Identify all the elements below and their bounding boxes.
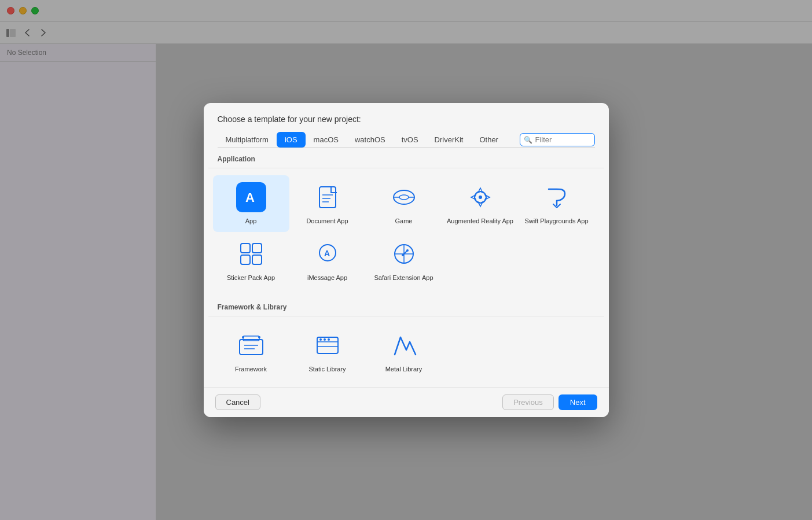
template-game-label: Game	[395, 217, 413, 225]
svg-point-31	[319, 338, 322, 341]
template-playgrounds-app-label: Swift Playgrounds App	[524, 217, 588, 225]
modal-header: Choose a template for your new project: …	[204, 103, 609, 148]
static-library-icon	[313, 330, 343, 360]
previous-button[interactable]: Previous	[502, 394, 554, 410]
tab-other[interactable]: Other	[471, 132, 506, 147]
playgrounds-app-icon	[542, 182, 572, 212]
tabs-row: Multiplatform iOS macOS watchOS tvOS Dri…	[218, 132, 595, 148]
framework-grid: Framework Static Library	[208, 316, 604, 387]
svg-text:A: A	[324, 249, 330, 258]
svg-rect-15	[241, 255, 250, 264]
framework-icon	[236, 330, 266, 360]
svg-text:A: A	[245, 190, 255, 205]
modal-body: Application A App	[204, 148, 609, 387]
svg-point-23	[402, 254, 404, 256]
tab-tvos[interactable]: tvOS	[394, 132, 427, 147]
template-safari-ext-label: Safari Extension App	[374, 274, 433, 282]
svg-rect-16	[252, 255, 262, 264]
tab-ios[interactable]: iOS	[277, 132, 306, 147]
tab-driverkit[interactable]: DriverKit	[427, 132, 472, 147]
template-framework-label: Framework	[235, 365, 267, 373]
svg-point-22	[406, 249, 409, 252]
safari-ext-icon	[389, 239, 419, 269]
template-playgrounds-app[interactable]: Swift Playgrounds App	[519, 175, 595, 232]
template-sticker-pack[interactable]: Sticker Pack App	[213, 232, 289, 289]
svg-point-29	[258, 336, 260, 338]
filter-wrap: 🔍	[520, 133, 595, 146]
template-metal-library-label: Metal Library	[385, 365, 422, 373]
template-static-library[interactable]: Static Library	[289, 323, 366, 380]
template-framework[interactable]: Framework	[213, 323, 289, 380]
template-static-library-label: Static Library	[308, 365, 346, 373]
footer-right: Previous Next	[502, 394, 597, 410]
template-app[interactable]: A App	[213, 175, 289, 232]
section-framework-header: Framework & Library	[208, 296, 604, 316]
new-project-modal: Choose a template for your new project: …	[204, 103, 609, 417]
metal-library-icon	[389, 330, 419, 360]
template-ar-app-label: Augmented Reality App	[447, 217, 513, 225]
tab-multiplatform[interactable]: Multiplatform	[218, 132, 277, 147]
svg-point-12	[479, 196, 482, 199]
cancel-button[interactable]: Cancel	[215, 394, 260, 410]
document-app-icon	[313, 182, 343, 212]
template-imessage-app[interactable]: A iMessage App	[289, 232, 366, 289]
svg-rect-3	[319, 187, 336, 208]
svg-point-8	[399, 195, 409, 200]
svg-rect-24	[240, 340, 263, 355]
template-document-app-label: Document App	[306, 217, 348, 225]
app-icon: A	[236, 182, 266, 212]
template-safari-ext[interactable]: Safari Extension App	[366, 232, 442, 289]
template-document-app[interactable]: Document App	[289, 175, 366, 232]
template-metal-library[interactable]: Metal Library	[366, 323, 442, 380]
game-icon	[389, 182, 419, 212]
template-app-label: App	[245, 217, 257, 225]
svg-rect-13	[241, 244, 250, 253]
imessage-app-icon: A	[313, 239, 343, 269]
svg-rect-14	[252, 244, 262, 253]
template-imessage-app-label: iMessage App	[307, 274, 347, 282]
template-ar-app[interactable]: Augmented Reality App	[442, 175, 519, 232]
template-game[interactable]: Game	[366, 175, 442, 232]
svg-point-28	[242, 336, 244, 338]
filter-icon: 🔍	[524, 136, 532, 144]
ar-app-icon	[465, 182, 495, 212]
application-grid: A App	[208, 168, 604, 296]
section-application-header: Application	[208, 148, 604, 168]
modal-overlay: Choose a template for your new project: …	[0, 0, 812, 520]
modal-footer: Cancel Previous Next	[204, 387, 609, 417]
sticker-pack-icon	[236, 239, 266, 269]
next-button[interactable]: Next	[559, 394, 597, 410]
tab-watchos[interactable]: watchOS	[347, 132, 394, 147]
svg-point-33	[328, 338, 330, 341]
template-sticker-pack-label: Sticker Pack App	[227, 274, 275, 282]
modal-title: Choose a template for your new project:	[218, 115, 595, 124]
tab-macos[interactable]: macOS	[306, 132, 347, 147]
svg-point-32	[324, 338, 326, 341]
